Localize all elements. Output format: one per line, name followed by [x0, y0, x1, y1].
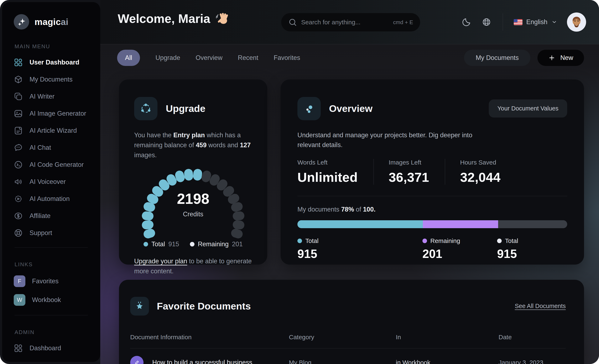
search-icon [288, 18, 297, 27]
table-row[interactable]: How to build a successful businessMy Blo… [130, 348, 566, 364]
global-search[interactable]: cmd + E [281, 13, 420, 31]
chevron-down-icon [551, 19, 557, 25]
legend-label: Remaining [430, 237, 460, 244]
cube-icon [14, 75, 23, 84]
copy-icon [14, 92, 23, 101]
sidebar-item-label: AI Automation [29, 195, 70, 203]
legend-label: Total [305, 237, 318, 244]
sidebar-item-ai-code-generator[interactable]: AI Code Generator [2, 156, 100, 173]
legend-total: Total915 [497, 237, 518, 261]
sidebar-item-ai-article-wizard[interactable]: AI Article Wizard [2, 122, 100, 139]
stat-value: Unlimited [297, 170, 358, 185]
moon-icon[interactable] [462, 18, 471, 27]
upgrade-card: Upgrade You have the Entry plan which ha… [119, 80, 267, 265]
globe-icon[interactable] [482, 18, 491, 27]
credits-gauge: 2198 Credits [134, 161, 252, 240]
gauge-segment [232, 220, 245, 230]
filter-tabs: AllUpgradeOverviewRecentFavorites [117, 50, 300, 66]
upgrade-card-title: Upgrade [166, 103, 205, 114]
progress-segment [297, 220, 423, 228]
sidebar-item-label: Affiliate [29, 212, 51, 220]
column-header-date: Date [499, 331, 566, 348]
article-icon [14, 126, 23, 135]
gauge-segment [184, 169, 194, 181]
table-header: Document InformationCategoryInDate [130, 331, 566, 348]
header-actions: English [462, 10, 586, 34]
speaker-icon [14, 177, 23, 186]
plan-summary: You have the Entry plan which has a rema… [134, 130, 252, 160]
document-values-button[interactable]: Your Document Values [489, 99, 567, 117]
doc-location: in Workbook [396, 359, 499, 364]
documents-progress-bar [297, 220, 567, 228]
upgrade-plan-link[interactable]: Upgrade your plan [134, 257, 187, 265]
progress-segment [423, 220, 498, 228]
sidebar-item-workbook[interactable]: WWorkbook [2, 291, 100, 309]
stats-row: Words LeftUnlimitedImages Left36,371Hour… [297, 159, 567, 185]
sidebar-item-label: User Dashboard [29, 59, 79, 66]
legend-dot [423, 239, 427, 243]
documents-table: Document InformationCategoryInDate How t… [130, 331, 566, 364]
terminal-icon [14, 160, 23, 169]
doc-category: My Blog [289, 359, 396, 364]
stat-value: 36,371 [389, 170, 429, 185]
sidebar-item-ai-chat[interactable]: AI Chat [2, 139, 100, 156]
tab-recent[interactable]: Recent [238, 54, 258, 62]
legend-value: 201 [423, 247, 497, 261]
sidebar-item-dashboard[interactable]: Dashboard [2, 340, 100, 357]
see-all-documents-link[interactable]: See All Documents [515, 303, 566, 310]
my-documents-button[interactable]: My Documents [464, 50, 530, 66]
sidebar-item-label: Favorites [32, 277, 58, 285]
avatar[interactable] [567, 12, 586, 32]
tab-all[interactable]: All [117, 50, 140, 66]
dollar-icon [14, 211, 23, 221]
brand-logo[interactable]: magicai [14, 14, 100, 29]
new-button[interactable]: New [537, 50, 584, 66]
stat-images-left: Images Left36,371 [374, 159, 445, 185]
sidebar-item-ai-voiceover[interactable]: AI Voiceover [2, 173, 100, 190]
sidebar: magicai MAIN MENUUser DashboardMy Docume… [2, 2, 100, 362]
page-title: Welcome, Maria [118, 12, 229, 26]
sidebar-item-ai-image-generator[interactable]: AI Image Generator [2, 105, 100, 122]
sidebar-divider [15, 247, 88, 248]
sidebar-item-label: AI Writer [29, 93, 54, 100]
stat-hours-saved: Hours Saved32,044 [445, 159, 516, 185]
legend-label: Remaining [198, 240, 229, 248]
magic-star-icon [130, 297, 149, 316]
grid-icon [14, 344, 23, 353]
sidebar-section-label: LINKS [15, 261, 100, 268]
gauge-segment [230, 228, 244, 240]
sidebar-item-my-documents[interactable]: My Documents [2, 71, 100, 88]
legend-value: 915 [168, 240, 179, 248]
progress-segment [498, 220, 567, 228]
legend-dot [190, 242, 194, 247]
sidebar-item-ai-automation[interactable]: AI Automation [2, 190, 100, 207]
sidebar-item-ai-writer[interactable]: AI Writer [2, 88, 100, 105]
top-header: Welcome, Maria cmd + E [100, 0, 599, 44]
tab-overview[interactable]: Overview [195, 54, 222, 62]
sidebar-item-user-dashboard[interactable]: User Dashboard [2, 54, 100, 71]
search-input[interactable] [301, 18, 389, 26]
sidebar-item-label: Dashboard [29, 345, 61, 352]
sparkles-icon [14, 14, 29, 29]
tab-favorites[interactable]: Favorites [274, 54, 300, 62]
sidebar-item-favorites[interactable]: FFavorites [2, 272, 100, 291]
plus-icon [548, 54, 555, 61]
legend-label: Total [505, 237, 518, 244]
lifebuoy-icon [14, 228, 23, 238]
stat-label: Images Left [389, 159, 429, 166]
scatter-dots-icon [297, 97, 321, 120]
sidebar-item-support[interactable]: Support [2, 224, 100, 241]
tab-upgrade[interactable]: Upgrade [155, 54, 180, 62]
upgrade-plan-text: Upgrade your plan to be able to generate… [134, 256, 252, 276]
column-header-in: In [396, 331, 499, 348]
waving-hand-icon [215, 12, 229, 26]
legend-dot [297, 239, 302, 243]
column-header-document-information: Document Information [130, 331, 289, 348]
sidebar-item-label: AI Voiceover [29, 178, 66, 186]
sidebar-item-affiliate[interactable]: Affiliate [2, 207, 100, 224]
sidebar-item-user-management[interactable]: User Management [2, 357, 100, 362]
doc-title: How to build a successful business [152, 359, 252, 364]
language-selector[interactable]: English [514, 18, 557, 26]
grid-icon [14, 58, 23, 67]
legend-value: 915 [497, 247, 518, 261]
